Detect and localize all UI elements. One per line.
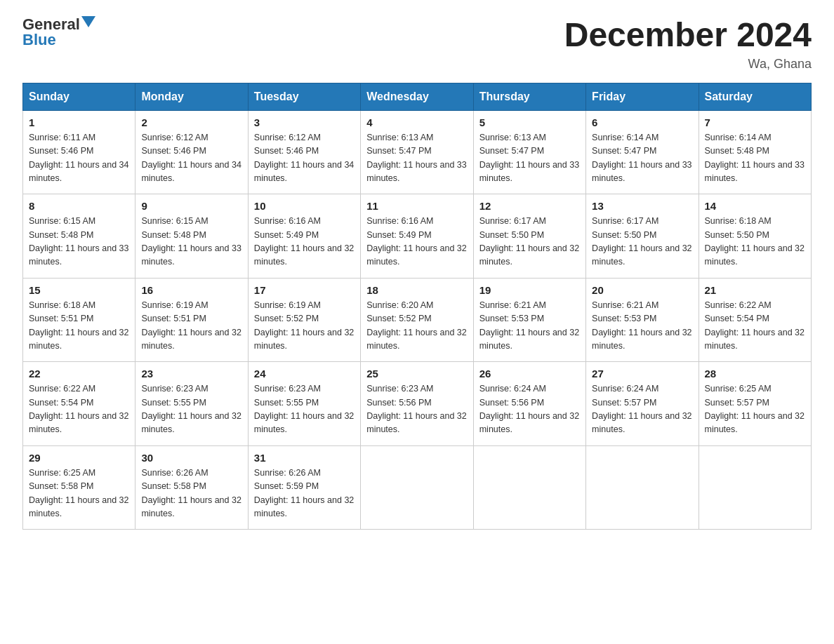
logo-blue-text: Blue bbox=[22, 32, 56, 48]
day-number: 13 bbox=[592, 200, 692, 212]
calendar-day-cell: 25 Sunrise: 6:23 AM Sunset: 5:56 PM Dayl… bbox=[361, 362, 473, 446]
calendar-day-cell: 15 Sunrise: 6:18 AM Sunset: 5:51 PM Dayl… bbox=[23, 278, 135, 362]
calendar-day-cell: 6 Sunrise: 6:14 AM Sunset: 5:47 PM Dayli… bbox=[586, 110, 699, 194]
day-number: 28 bbox=[705, 368, 805, 380]
day-info: Sunrise: 6:11 AM Sunset: 5:46 PM Dayligh… bbox=[29, 131, 129, 186]
calendar-day-cell: 11 Sunrise: 6:16 AM Sunset: 5:49 PM Dayl… bbox=[361, 194, 473, 279]
day-info: Sunrise: 6:23 AM Sunset: 5:55 PM Dayligh… bbox=[141, 382, 241, 437]
logo: General Blue bbox=[22, 17, 95, 48]
day-number: 30 bbox=[141, 452, 241, 464]
day-info: Sunrise: 6:21 AM Sunset: 5:53 PM Dayligh… bbox=[479, 299, 580, 354]
day-number: 6 bbox=[592, 116, 692, 128]
calendar-day-cell: 12 Sunrise: 6:17 AM Sunset: 5:50 PM Dayl… bbox=[473, 194, 585, 279]
calendar-day-cell: 14 Sunrise: 6:18 AM Sunset: 5:50 PM Dayl… bbox=[699, 194, 811, 279]
day-info: Sunrise: 6:20 AM Sunset: 5:52 PM Dayligh… bbox=[366, 299, 467, 354]
day-number: 10 bbox=[254, 200, 355, 212]
day-info: Sunrise: 6:26 AM Sunset: 5:58 PM Dayligh… bbox=[141, 467, 241, 521]
calendar-day-cell: 20 Sunrise: 6:21 AM Sunset: 5:53 PM Dayl… bbox=[586, 278, 699, 362]
calendar-day-cell: 19 Sunrise: 6:21 AM Sunset: 5:53 PM Dayl… bbox=[473, 278, 585, 362]
calendar-day-cell: 18 Sunrise: 6:20 AM Sunset: 5:52 PM Dayl… bbox=[361, 278, 473, 362]
calendar-day-cell: 26 Sunrise: 6:24 AM Sunset: 5:56 PM Dayl… bbox=[473, 362, 585, 446]
day-info: Sunrise: 6:15 AM Sunset: 5:48 PM Dayligh… bbox=[29, 215, 129, 269]
calendar-table: SundayMondayTuesdayWednesdayThursdayFrid… bbox=[22, 83, 812, 530]
day-number: 15 bbox=[29, 284, 129, 296]
day-info: Sunrise: 6:23 AM Sunset: 5:56 PM Dayligh… bbox=[366, 382, 467, 437]
day-info: Sunrise: 6:24 AM Sunset: 5:57 PM Dayligh… bbox=[592, 382, 692, 437]
calendar-day-cell: 1 Sunrise: 6:11 AM Sunset: 5:46 PM Dayli… bbox=[23, 110, 135, 194]
calendar-day-cell: 27 Sunrise: 6:24 AM Sunset: 5:57 PM Dayl… bbox=[586, 362, 699, 446]
day-of-week-header: Sunday bbox=[23, 83, 135, 110]
day-info: Sunrise: 6:17 AM Sunset: 5:50 PM Dayligh… bbox=[479, 215, 580, 269]
day-info: Sunrise: 6:14 AM Sunset: 5:48 PM Dayligh… bbox=[705, 131, 805, 186]
day-info: Sunrise: 6:22 AM Sunset: 5:54 PM Dayligh… bbox=[705, 299, 805, 354]
day-info: Sunrise: 6:21 AM Sunset: 5:53 PM Dayligh… bbox=[592, 299, 692, 354]
day-number: 21 bbox=[705, 284, 805, 296]
calendar-day-cell: 8 Sunrise: 6:15 AM Sunset: 5:48 PM Dayli… bbox=[23, 194, 135, 279]
day-number: 12 bbox=[479, 200, 580, 212]
logo-general-text: General bbox=[22, 17, 80, 32]
day-number: 16 bbox=[141, 284, 241, 296]
day-info: Sunrise: 6:14 AM Sunset: 5:47 PM Dayligh… bbox=[592, 131, 692, 186]
day-number: 20 bbox=[592, 284, 692, 296]
calendar-day-cell: 2 Sunrise: 6:12 AM Sunset: 5:46 PM Dayli… bbox=[135, 110, 248, 194]
day-info: Sunrise: 6:25 AM Sunset: 5:58 PM Dayligh… bbox=[29, 467, 129, 521]
day-number: 26 bbox=[479, 368, 580, 380]
day-number: 1 bbox=[29, 116, 129, 128]
day-info: Sunrise: 6:12 AM Sunset: 5:46 PM Dayligh… bbox=[141, 131, 241, 186]
day-info: Sunrise: 6:19 AM Sunset: 5:52 PM Dayligh… bbox=[254, 299, 355, 354]
calendar-week-row: 29 Sunrise: 6:25 AM Sunset: 5:58 PM Dayl… bbox=[23, 445, 812, 530]
day-number: 14 bbox=[705, 200, 805, 212]
day-number: 9 bbox=[141, 200, 241, 212]
calendar-day-cell: 24 Sunrise: 6:23 AM Sunset: 5:55 PM Dayl… bbox=[248, 362, 360, 446]
month-title: December 2024 bbox=[564, 17, 812, 54]
day-of-week-header: Monday bbox=[135, 83, 248, 110]
day-number: 29 bbox=[29, 452, 129, 464]
calendar-day-cell: 17 Sunrise: 6:19 AM Sunset: 5:52 PM Dayl… bbox=[248, 278, 360, 362]
page-header: General Blue December 2024 Wa, Ghana bbox=[22, 17, 812, 72]
day-info: Sunrise: 6:18 AM Sunset: 5:51 PM Dayligh… bbox=[29, 299, 129, 354]
day-info: Sunrise: 6:15 AM Sunset: 5:48 PM Dayligh… bbox=[141, 215, 241, 269]
location-text: Wa, Ghana bbox=[564, 57, 812, 72]
calendar-day-cell: 23 Sunrise: 6:23 AM Sunset: 5:55 PM Dayl… bbox=[135, 362, 248, 446]
day-number: 23 bbox=[141, 368, 241, 380]
day-number: 25 bbox=[366, 368, 467, 380]
day-number: 3 bbox=[254, 116, 355, 128]
calendar-day-cell: 4 Sunrise: 6:13 AM Sunset: 5:47 PM Dayli… bbox=[361, 110, 473, 194]
day-number: 24 bbox=[254, 368, 355, 380]
day-number: 11 bbox=[366, 200, 467, 212]
day-number: 18 bbox=[366, 284, 467, 296]
calendar-day-cell: 30 Sunrise: 6:26 AM Sunset: 5:58 PM Dayl… bbox=[135, 445, 248, 530]
calendar-day-cell: 22 Sunrise: 6:22 AM Sunset: 5:54 PM Dayl… bbox=[23, 362, 135, 446]
calendar-day-cell: 10 Sunrise: 6:16 AM Sunset: 5:49 PM Dayl… bbox=[248, 194, 360, 279]
day-info: Sunrise: 6:25 AM Sunset: 5:57 PM Dayligh… bbox=[705, 382, 805, 437]
day-info: Sunrise: 6:23 AM Sunset: 5:55 PM Dayligh… bbox=[254, 382, 355, 437]
calendar-day-cell bbox=[699, 445, 811, 530]
calendar-day-cell: 9 Sunrise: 6:15 AM Sunset: 5:48 PM Dayli… bbox=[135, 194, 248, 279]
day-number: 5 bbox=[479, 116, 580, 128]
calendar-week-row: 15 Sunrise: 6:18 AM Sunset: 5:51 PM Dayl… bbox=[23, 278, 812, 362]
day-of-week-header: Tuesday bbox=[248, 83, 360, 110]
calendar-day-cell: 5 Sunrise: 6:13 AM Sunset: 5:47 PM Dayli… bbox=[473, 110, 585, 194]
day-of-week-header: Wednesday bbox=[361, 83, 473, 110]
calendar-day-cell: 3 Sunrise: 6:12 AM Sunset: 5:46 PM Dayli… bbox=[248, 110, 360, 194]
calendar-day-cell: 31 Sunrise: 6:26 AM Sunset: 5:59 PM Dayl… bbox=[248, 445, 360, 530]
title-block: December 2024 Wa, Ghana bbox=[564, 17, 812, 72]
day-number: 19 bbox=[479, 284, 580, 296]
day-number: 7 bbox=[705, 116, 805, 128]
calendar-day-cell: 7 Sunrise: 6:14 AM Sunset: 5:48 PM Dayli… bbox=[699, 110, 811, 194]
calendar-week-row: 8 Sunrise: 6:15 AM Sunset: 5:48 PM Dayli… bbox=[23, 194, 812, 279]
day-number: 2 bbox=[141, 116, 241, 128]
day-info: Sunrise: 6:24 AM Sunset: 5:56 PM Dayligh… bbox=[479, 382, 580, 437]
day-info: Sunrise: 6:17 AM Sunset: 5:50 PM Dayligh… bbox=[592, 215, 692, 269]
day-number: 22 bbox=[29, 368, 129, 380]
day-info: Sunrise: 6:26 AM Sunset: 5:59 PM Dayligh… bbox=[254, 467, 355, 521]
calendar-day-cell: 16 Sunrise: 6:19 AM Sunset: 5:51 PM Dayl… bbox=[135, 278, 248, 362]
calendar-day-cell: 13 Sunrise: 6:17 AM Sunset: 5:50 PM Dayl… bbox=[586, 194, 699, 279]
day-of-week-header: Friday bbox=[586, 83, 699, 110]
day-info: Sunrise: 6:13 AM Sunset: 5:47 PM Dayligh… bbox=[366, 131, 467, 186]
day-info: Sunrise: 6:13 AM Sunset: 5:47 PM Dayligh… bbox=[479, 131, 580, 186]
calendar-header-row: SundayMondayTuesdayWednesdayThursdayFrid… bbox=[23, 83, 812, 110]
day-of-week-header: Saturday bbox=[699, 83, 811, 110]
day-number: 4 bbox=[366, 116, 467, 128]
logo-triangle-icon bbox=[81, 16, 95, 27]
